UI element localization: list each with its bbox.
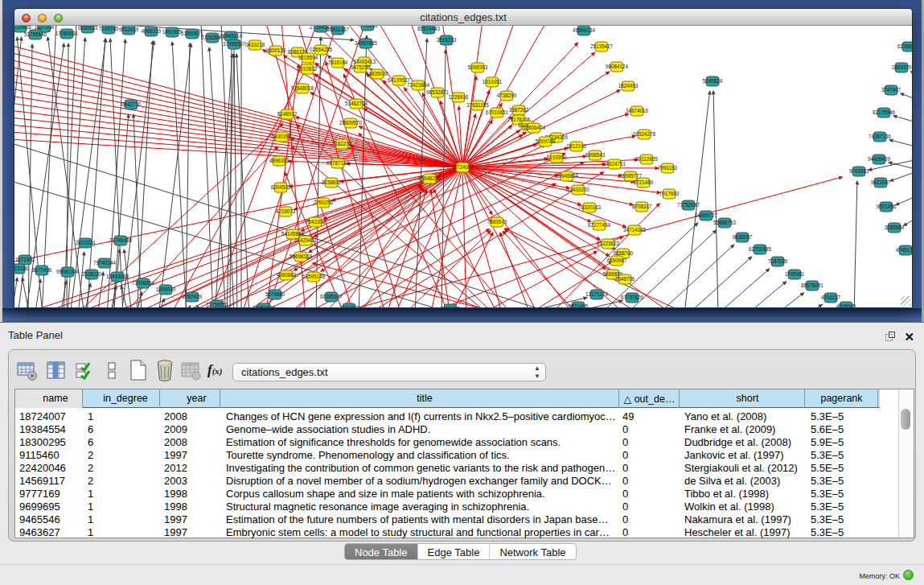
svg-text:3518233: 3518233 [437, 37, 457, 43]
svg-text:7543303: 7543303 [306, 219, 326, 225]
svg-text:86578091: 86578091 [801, 282, 824, 288]
svg-text:76320163: 76320163 [578, 204, 602, 210]
svg-text:7187026: 7187026 [768, 258, 788, 264]
svg-text:2328120: 2328120 [82, 271, 102, 277]
svg-text:67010651: 67010651 [486, 109, 509, 115]
svg-text:6475255: 6475255 [351, 64, 371, 70]
svg-text:7816184: 7816184 [328, 60, 348, 65]
svg-text:0812191: 0812191 [567, 143, 587, 149]
svg-text:3158692: 3158692 [322, 179, 342, 185]
svg-text:7770143: 7770143 [358, 26, 378, 28]
svg-text:49894134: 49894134 [573, 27, 596, 33]
svg-text:4192832: 4192832 [298, 66, 318, 72]
svg-text:5098393: 5098393 [468, 64, 488, 70]
svg-text:1226916: 1226916 [449, 94, 469, 100]
svg-text:6690967: 6690967 [607, 257, 627, 263]
svg-text:1615594: 1615594 [298, 55, 318, 60]
svg-text:00524278: 00524278 [633, 131, 656, 137]
svg-text:82175946: 82175946 [873, 109, 896, 115]
svg-text:62702895: 62702895 [749, 246, 772, 252]
svg-text:80831367: 80831367 [326, 27, 350, 32]
svg-text:4316117: 4316117 [821, 295, 841, 300]
svg-text:9600133: 9600133 [266, 47, 286, 53]
svg-text:98084124: 98084124 [606, 64, 629, 69]
svg-text:02654235: 02654235 [310, 47, 333, 52]
svg-text:2787429: 2787429 [183, 294, 203, 299]
svg-text:9821465: 9821465 [569, 303, 589, 307]
svg-text:7991183: 7991183 [658, 165, 678, 171]
svg-text:8721489: 8721489 [634, 179, 654, 185]
svg-text:6193990: 6193990 [547, 154, 567, 160]
svg-text:9413186: 9413186 [14, 266, 29, 271]
svg-text:72423884: 72423884 [407, 82, 430, 88]
svg-text:79740344: 79740344 [93, 260, 117, 266]
svg-text:4060883: 4060883 [277, 272, 297, 278]
svg-text:0330923: 0330923 [78, 26, 98, 31]
svg-text:2421024: 2421024 [76, 240, 96, 245]
svg-text:65787133: 65787133 [326, 160, 350, 166]
svg-text:1824493: 1824493 [618, 83, 639, 89]
svg-text:9521456: 9521456 [877, 204, 897, 209]
svg-text:62729806: 62729806 [14, 26, 31, 30]
svg-text:29946804: 29946804 [556, 173, 579, 179]
svg-text:1491905: 1491905 [162, 29, 183, 35]
svg-text:99091334: 99091334 [56, 269, 80, 274]
svg-text:9636057: 9636057 [733, 234, 753, 240]
svg-text:28809570: 28809570 [339, 120, 363, 126]
svg-text:55698169: 55698169 [290, 253, 313, 259]
svg-text:13171274: 13171274 [585, 291, 609, 297]
svg-text:7346706: 7346706 [615, 276, 635, 282]
svg-text:01429401: 01429401 [294, 237, 318, 243]
svg-text:5009788: 5009788 [536, 138, 556, 144]
svg-text:13433200: 13433200 [567, 187, 590, 192]
svg-text:02606474: 02606474 [523, 125, 546, 130]
svg-text:4216073: 4216073 [276, 208, 296, 214]
svg-text:15451680: 15451680 [253, 305, 276, 307]
svg-text:7917693: 7917693 [659, 191, 680, 196]
svg-text:80112805: 80112805 [635, 156, 658, 162]
svg-text:1969379: 1969379 [892, 64, 912, 70]
svg-text:04499727: 04499727 [695, 212, 718, 218]
svg-text:18724007: 18724007 [451, 164, 474, 170]
svg-text:3747407: 3747407 [881, 87, 901, 93]
svg-text:51462704: 51462704 [345, 101, 368, 106]
svg-text:4005045: 4005045 [836, 303, 856, 307]
svg-text:9421047: 9421047 [871, 179, 891, 185]
svg-text:76945314: 76945314 [220, 33, 243, 39]
svg-text:0433218: 0433218 [245, 42, 265, 47]
svg-text:3482477: 3482477 [339, 305, 359, 307]
svg-text:6204505: 6204505 [271, 184, 291, 190]
svg-text:65648236: 65648236 [418, 175, 441, 181]
svg-text:55886753: 55886753 [713, 220, 737, 225]
svg-text:74367136: 74367136 [869, 134, 892, 139]
svg-text:7193745: 7193745 [99, 26, 119, 31]
svg-text:8708317: 8708317 [632, 204, 652, 209]
svg-text:5240824: 5240824 [703, 78, 723, 84]
svg-text:5430391: 5430391 [272, 134, 292, 139]
svg-text:97848018: 97848018 [291, 85, 314, 91]
svg-text:5674680: 5674680 [265, 291, 285, 297]
svg-text:62386922: 62386922 [897, 43, 912, 49]
svg-text:9743953: 9743953 [849, 168, 869, 174]
svg-text:71746488: 71746488 [109, 237, 133, 243]
svg-text:3285884: 3285884 [885, 225, 905, 230]
svg-text:1745961: 1745961 [785, 271, 805, 277]
svg-text:0932480: 0932480 [441, 306, 461, 307]
svg-text:17080531: 17080531 [55, 31, 79, 36]
svg-text:60385977: 60385977 [320, 294, 343, 299]
svg-text:37631165: 37631165 [466, 102, 489, 108]
svg-text:1671902: 1671902 [15, 257, 35, 262]
svg-text:9912419: 9912419 [119, 27, 139, 32]
svg-text:1031051: 1031051 [483, 79, 503, 84]
svg-text:67737826: 67737826 [621, 295, 644, 300]
svg-text:34624751: 34624751 [603, 161, 626, 167]
svg-text:6998543: 6998543 [585, 152, 606, 158]
svg-text:4966319: 4966319 [142, 28, 162, 34]
svg-text:4896383: 4896383 [269, 158, 290, 163]
svg-text:2260256: 2260256 [314, 200, 334, 205]
svg-text:77752047: 77752047 [677, 202, 700, 208]
svg-text:85574443: 85574443 [417, 26, 441, 31]
svg-text:34874016: 34874016 [626, 108, 649, 113]
svg-text:8148932: 8148932 [277, 111, 298, 117]
svg-text:37996507: 37996507 [223, 41, 246, 47]
